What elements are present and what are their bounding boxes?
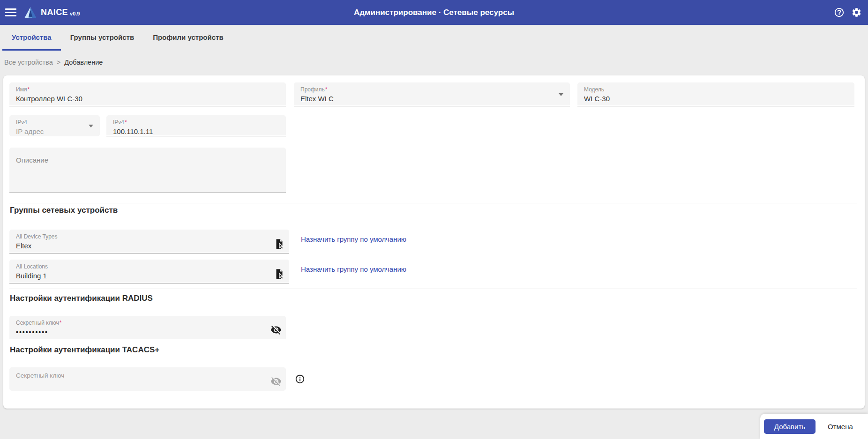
ip-version-select-label: IPv4 xyxy=(16,119,27,126)
section-divider xyxy=(9,289,857,289)
page-title: Администрирование · Сетевые ресурсы xyxy=(0,0,868,25)
naice-logo-icon xyxy=(24,7,37,19)
chevron-down-icon[interactable] xyxy=(559,93,563,96)
name-field[interactable]: Имя* Контроллер WLC-30 xyxy=(9,82,286,106)
profile-select-label: Профиль xyxy=(300,86,325,93)
tab-device-groups[interactable]: Группы устройств xyxy=(61,25,143,51)
app-version: v0.9 xyxy=(70,11,80,16)
required-asterisk: * xyxy=(125,119,127,126)
menu-icon[interactable] xyxy=(5,8,16,16)
ip-address-field[interactable]: IPv4* 100.110.1.11 xyxy=(106,115,286,136)
chevron-down-icon[interactable] xyxy=(89,125,93,127)
tacacs-section-title: Настройки аутентификации TACACS+ xyxy=(10,345,159,355)
ip-address-field-value: 100.110.1.11 xyxy=(113,127,279,135)
assign-default-group-link[interactable]: Назначить группу по умолчанию xyxy=(301,235,406,243)
radius-secret-label: Секретный ключ xyxy=(16,320,59,326)
breadcrumb-separator: > xyxy=(57,59,60,66)
profile-select-value: Eltex WLC xyxy=(300,95,563,103)
group-locations-value: Building 1 xyxy=(16,272,283,280)
radius-section-title: Настройки аутентификации RADIUS xyxy=(10,294,153,303)
device-add-form-card: Имя* Контроллер WLC-30 Профиль* Eltex WL… xyxy=(3,75,865,409)
tab-devices[interactable]: Устройства xyxy=(2,25,61,51)
assign-default-group-link[interactable]: Назначить группу по умолчанию xyxy=(301,265,406,273)
group-locations-field[interactable]: All Locations Building 1 xyxy=(9,260,289,283)
help-icon[interactable] xyxy=(834,7,845,18)
groups-section-title: Группы сетевых устройств xyxy=(10,206,118,215)
tacacs-secret-field[interactable]: Секретный ключ xyxy=(9,367,286,391)
name-field-label: Имя xyxy=(16,86,27,93)
visibility-off-icon[interactable] xyxy=(270,324,282,335)
group-device-types-label: All Device Types xyxy=(16,233,57,240)
description-textarea[interactable]: Описание xyxy=(9,148,286,193)
radius-secret-field[interactable]: Секретный ключ* •••••••••• xyxy=(9,316,286,339)
submit-button[interactable]: Добавить xyxy=(764,419,816,434)
ip-address-field-label: IPv4 xyxy=(113,119,124,126)
profile-select[interactable]: Профиль* Eltex WLC xyxy=(294,82,570,106)
ip-version-select-value: IP адрес xyxy=(16,127,93,135)
breadcrumb: Все устройства > Добавление xyxy=(4,59,103,66)
required-asterisk: * xyxy=(60,320,62,326)
radius-secret-value: •••••••••• xyxy=(16,328,279,336)
name-field-value: Контроллер WLC-30 xyxy=(16,95,279,103)
select-from-list-icon[interactable] xyxy=(274,238,285,250)
breadcrumb-current: Добавление xyxy=(64,59,103,66)
tab-device-profiles[interactable]: Профили устройств xyxy=(143,25,232,51)
settings-gear-icon[interactable] xyxy=(851,7,862,18)
group-device-types-value: Eltex xyxy=(16,242,283,250)
group-device-types-field[interactable]: All Device Types Eltex xyxy=(9,230,289,253)
model-field-label: Модель xyxy=(584,86,604,93)
visibility-off-icon[interactable] xyxy=(270,376,282,387)
app-name: NAICE xyxy=(41,7,68,17)
tacacs-secret-placeholder: Секретный ключ xyxy=(16,372,279,379)
select-from-list-icon[interactable] xyxy=(274,268,285,280)
breadcrumb-all-devices[interactable]: Все устройства xyxy=(4,59,53,66)
model-field[interactable]: Модель WLC-30 xyxy=(577,82,854,106)
ip-version-select[interactable]: IPv4 IP адрес xyxy=(9,115,100,136)
description-label: Описание xyxy=(16,156,279,164)
form-action-panel: Добавить Отмена xyxy=(760,414,868,439)
info-icon[interactable] xyxy=(295,374,305,384)
cancel-button[interactable]: Отмена xyxy=(828,423,853,431)
app-header: Администрирование · Сетевые ресурсы NAIC… xyxy=(0,0,868,25)
model-field-value: WLC-30 xyxy=(584,95,848,103)
required-asterisk: * xyxy=(27,86,30,93)
section-divider xyxy=(9,203,857,203)
tab-bar: Устройства Группы устройств Профили устр… xyxy=(2,25,233,51)
required-asterisk: * xyxy=(325,86,328,93)
group-locations-label: All Locations xyxy=(16,263,48,270)
